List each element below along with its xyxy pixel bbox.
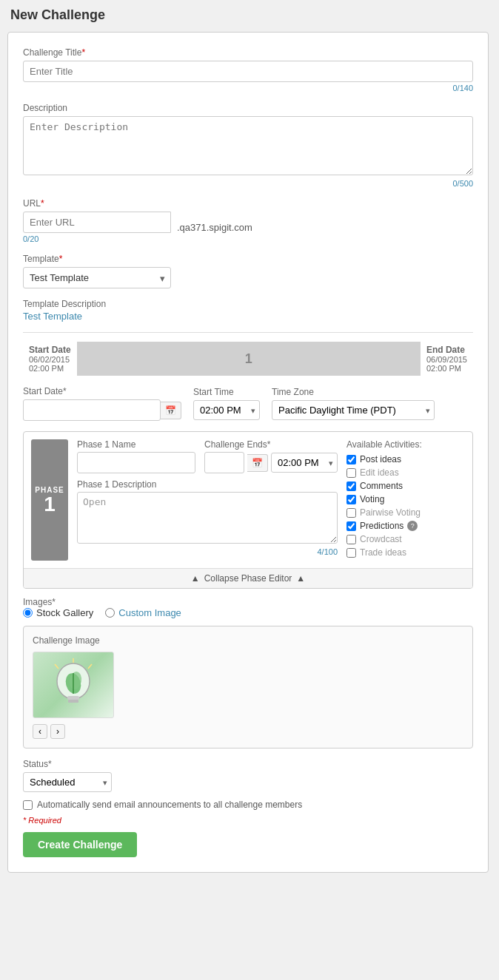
challenge-image[interactable] [33, 652, 114, 718]
activities-column: Available Activities: Post ideas Edit id… [346, 439, 465, 561]
collapse-phase-label: Collapse Phase Editor [204, 573, 292, 584]
start-date-label: Start Date* [23, 386, 181, 396]
template-description-group: Template Description Test Template [23, 299, 473, 322]
stock-gallery-radio[interactable] [23, 608, 33, 618]
start-date-input[interactable]: 06/02/2015 [23, 399, 161, 421]
crowdcast-checkbox[interactable] [346, 535, 356, 544]
image-gallery-box: Challenge Image [23, 626, 473, 748]
phase-name-label: Phase 1 Name [77, 439, 195, 450]
status-select-wrap[interactable]: Scheduled Active Closed [23, 772, 112, 792]
custom-image-label: Custom Image [118, 607, 181, 618]
template-desc-label: Template Description [23, 299, 473, 309]
status-section: Status* Scheduled Active Closed [23, 759, 473, 792]
svg-line-6 [55, 664, 58, 669]
page-title: New Challenge [7, 7, 492, 23]
url-char-count: 0/20 [23, 234, 171, 243]
timezone-group: Time Zone Pacific Daylight Time (PDT) Ea… [272, 387, 435, 420]
activities-title: Available Activities: [346, 439, 465, 450]
template-select-wrap[interactable]: Test Template Default Template [23, 267, 171, 288]
collapse-arrow-up1: ▲ [191, 573, 200, 584]
timeline-start: Start Date 06/02/2015 02:00 PM [23, 342, 77, 376]
challenge-image-label: Challenge Image [33, 635, 463, 646]
phase-desc-label: Phase 1 Description [77, 479, 338, 490]
phase-desc-textarea[interactable]: Open [77, 492, 338, 544]
timezone-label: Time Zone [272, 387, 435, 397]
divider1 [23, 332, 473, 333]
create-challenge-button[interactable]: Create Challenge [23, 832, 137, 857]
challenge-title-group: Challenge Title* 0/140 [23, 47, 473, 92]
edit-ideas-checkbox[interactable] [346, 468, 356, 478]
main-panel: Challenge Title* 0/140 Description 0/500… [7, 32, 489, 873]
timeline-start-time: 02:00 PM [29, 364, 71, 373]
activity-predictions: Predictions ? [346, 521, 465, 531]
phase-name-input[interactable]: Open [77, 452, 195, 473]
phase-ends-date-input[interactable]: 06/09/2015 [204, 452, 244, 473]
start-datetime-row: Start Date* 06/02/2015 📅 Start Time 02:0… [23, 386, 473, 421]
images-label: Images* [23, 597, 56, 607]
collapse-phase-btn[interactable]: ▲ Collapse Phase Editor ▲ [24, 568, 472, 588]
edit-ideas-label: Edit ideas [360, 467, 399, 478]
challenge-title-input[interactable] [23, 61, 473, 82]
phase-editor: PHASE 1 Phase 1 Name Open Challenge Ends… [23, 431, 473, 589]
predictions-checkbox[interactable] [346, 521, 356, 531]
start-date-group: Start Date* 06/02/2015 📅 [23, 386, 181, 421]
bulb-svg [40, 655, 107, 714]
custom-image-radio[interactable] [105, 608, 115, 618]
images-section: Images* Stock Gallery Custom Image Chall… [23, 596, 473, 748]
url-input[interactable] [23, 212, 171, 233]
phase-ends-time-wrap[interactable]: 02:00 PM [271, 453, 338, 473]
phase-name-group: Phase 1 Name Open [77, 439, 195, 473]
phase-ends-time-select[interactable]: 02:00 PM [271, 453, 338, 473]
phase-cal-icon[interactable]: 📅 [247, 454, 268, 472]
post-ideas-checkbox[interactable] [346, 455, 356, 464]
timezone-select-wrap[interactable]: Pacific Daylight Time (PDT) Eastern Dayl… [272, 400, 435, 420]
custom-image-option: Custom Image [105, 607, 181, 618]
stock-gallery-option: Stock Gallery [23, 607, 93, 618]
prev-image-btn[interactable]: ‹ [33, 724, 47, 739]
start-time-select-wrap[interactable]: 02:00 PM 02:30 PM [193, 400, 260, 420]
phase-badge: PHASE 1 [31, 439, 68, 561]
email-announcement-label: Automatically send email announcements t… [37, 800, 302, 810]
title-char-count: 0/140 [23, 84, 473, 92]
voting-label: Voting [360, 494, 384, 504]
start-time-group: Start Time 02:00 PM 02:30 PM [193, 387, 260, 420]
timeline-center: 1 [77, 342, 421, 376]
email-announcement-checkbox[interactable] [23, 800, 33, 810]
stock-gallery-label: Stock Gallery [36, 607, 93, 618]
challenge-title-label: Challenge Title* [23, 47, 473, 58]
status-select[interactable]: Scheduled Active Closed [23, 772, 112, 792]
timeline-start-label: Start Date [29, 345, 71, 355]
template-select[interactable]: Test Template Default Template [23, 267, 171, 288]
phase-num: 1 [44, 494, 56, 515]
url-group: URL* 0/20 .qa371.spigit.com [23, 198, 473, 243]
activity-trade-ideas: Trade ideas [346, 547, 465, 558]
voting-checkbox[interactable] [346, 495, 356, 504]
description-label: Description [23, 103, 473, 113]
comments-checkbox[interactable] [346, 481, 356, 491]
activity-comments: Comments [346, 481, 465, 491]
phase-ends-group: Challenge Ends* 06/09/2015 📅 02:00 PM [204, 439, 338, 473]
phase-desc-count: 4/100 [77, 547, 338, 556]
phase-ends-label: Challenge Ends* [204, 439, 338, 450]
svg-rect-1 [67, 696, 79, 700]
trade-ideas-checkbox[interactable] [346, 548, 356, 558]
template-group: Template* Test Template Default Template [23, 254, 473, 288]
description-input[interactable] [23, 116, 473, 175]
timezone-select[interactable]: Pacific Daylight Time (PDT) Eastern Dayl… [272, 400, 435, 420]
next-image-btn[interactable]: › [50, 724, 65, 739]
timeline-end-label: End Date [426, 345, 467, 355]
pairwise-voting-checkbox[interactable] [346, 508, 356, 518]
phase-fields: Phase 1 Name Open Challenge Ends* 06/09/… [77, 439, 338, 561]
timeline-end-date: 06/09/2015 [426, 355, 467, 364]
activity-crowdcast: Crowdcast [346, 534, 465, 544]
email-announcement-row: Automatically send email announcements t… [23, 800, 473, 810]
calendar-icon[interactable]: 📅 [161, 402, 181, 419]
timeline-end-time: 02:00 PM [426, 364, 467, 373]
comments-label: Comments [360, 481, 403, 491]
description-char-count: 0/500 [23, 179, 473, 188]
crowdcast-label: Crowdcast [360, 534, 402, 544]
predictions-help-icon[interactable]: ? [407, 521, 418, 531]
activity-edit-ideas: Edit ideas [346, 467, 465, 478]
phase-inner: PHASE 1 Phase 1 Name Open Challenge Ends… [24, 432, 472, 568]
start-time-select[interactable]: 02:00 PM 02:30 PM [193, 400, 260, 420]
